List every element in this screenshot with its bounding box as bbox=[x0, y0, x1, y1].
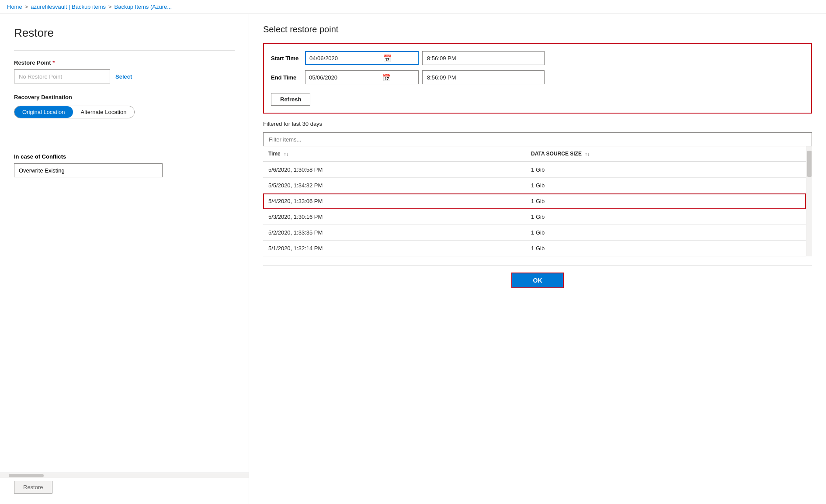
panel-title: Select restore point bbox=[263, 24, 812, 35]
cell-time: 5/2/2020, 1:33:35 PM bbox=[263, 225, 526, 241]
start-time-input[interactable]: 8:56:09 PM bbox=[422, 51, 545, 65]
restore-points-table: Time ↑↓ DATA SOURCE SIZE ↑↓ 5/6/2020, 1:… bbox=[263, 146, 806, 256]
recovery-destination-toggle: Original Location Alternate Location bbox=[14, 106, 135, 118]
end-time-input[interactable]: 8:56:09 PM bbox=[422, 70, 545, 84]
divider-top bbox=[14, 50, 235, 51]
cell-size: 1 Gib bbox=[526, 162, 806, 178]
end-calendar-icon[interactable]: 📅 bbox=[382, 73, 391, 82]
ok-button[interactable]: OK bbox=[511, 273, 564, 288]
vertical-scrollbar[interactable] bbox=[806, 146, 812, 256]
conflicts-label: In case of Conflicts bbox=[14, 153, 235, 160]
main-area: Restore Restore Point * No Restore Point… bbox=[0, 14, 826, 504]
ok-section: OK bbox=[263, 265, 812, 295]
start-calendar-icon[interactable]: 📅 bbox=[383, 54, 392, 62]
conflicts-section: In case of Conflicts Overwrite Existing bbox=[14, 153, 235, 177]
filter-box: Start Time 📅 8:56:09 PM End Time 📅 8:56:… bbox=[263, 43, 812, 114]
start-time-label: Start Time bbox=[271, 55, 302, 62]
restore-point-row: No Restore Point Select bbox=[14, 69, 235, 83]
required-marker: * bbox=[52, 59, 55, 66]
table-row[interactable]: 5/1/2020, 1:32:14 PM1 Gib bbox=[263, 241, 806, 256]
left-panel: Restore Restore Point * No Restore Point… bbox=[0, 14, 249, 504]
filter-input[interactable] bbox=[263, 132, 812, 146]
breadcrumb: Home > azurefilesvault | Backup items > … bbox=[0, 0, 826, 14]
cell-size: 1 Gib bbox=[526, 209, 806, 225]
cell-size: 1 Gib bbox=[526, 241, 806, 256]
breadcrumb-backup-items[interactable]: azurefilesvault | Backup items bbox=[31, 3, 106, 10]
cell-time: 5/3/2020, 1:30:16 PM bbox=[263, 209, 526, 225]
end-time-label: End Time bbox=[271, 74, 302, 81]
table-row[interactable]: 5/3/2020, 1:30:16 PM1 Gib bbox=[263, 209, 806, 225]
start-date-input[interactable]: 📅 bbox=[305, 51, 419, 65]
restore-button[interactable]: Restore bbox=[14, 481, 52, 494]
cell-size: 1 Gib bbox=[526, 225, 806, 241]
alternate-location-btn[interactable]: Alternate Location bbox=[73, 106, 135, 118]
table-row[interactable]: 5/5/2020, 1:34:32 PM1 Gib bbox=[263, 178, 806, 193]
size-sort-icon[interactable]: ↑↓ bbox=[585, 151, 590, 156]
filter-info: Filtered for last 30 days bbox=[263, 121, 812, 127]
page-title: Restore bbox=[14, 26, 235, 40]
breadcrumb-home[interactable]: Home bbox=[7, 3, 22, 10]
end-date-input[interactable]: 📅 bbox=[305, 70, 419, 84]
conflicts-input[interactable]: Overwrite Existing bbox=[14, 163, 163, 177]
start-date-field[interactable] bbox=[309, 55, 379, 62]
recovery-destination-label: Recovery Destination bbox=[14, 94, 235, 100]
table-row[interactable]: 5/6/2020, 1:30:58 PM1 Gib bbox=[263, 162, 806, 178]
breadcrumb-sep-2: > bbox=[108, 3, 112, 10]
cell-time: 5/1/2020, 1:32:14 PM bbox=[263, 241, 526, 256]
original-location-btn[interactable]: Original Location bbox=[14, 106, 73, 118]
end-time-row: End Time 📅 8:56:09 PM bbox=[271, 70, 804, 84]
right-panel: Select restore point Start Time 📅 8:56:0… bbox=[249, 14, 826, 504]
table-row[interactable]: 5/2/2020, 1:33:35 PM1 Gib bbox=[263, 225, 806, 241]
time-sort-icon[interactable]: ↑↓ bbox=[284, 151, 288, 156]
cell-time: 5/5/2020, 1:34:32 PM bbox=[263, 178, 526, 193]
table-scroll-container: Time ↑↓ DATA SOURCE SIZE ↑↓ 5/6/2020, 1:… bbox=[263, 146, 806, 256]
cell-size: 1 Gib bbox=[526, 178, 806, 193]
select-link[interactable]: Select bbox=[115, 73, 132, 80]
table-header-row: Time ↑↓ DATA SOURCE SIZE ↑↓ bbox=[263, 146, 806, 162]
restore-point-label: Restore Point * bbox=[14, 59, 235, 66]
table-section: Time ↑↓ DATA SOURCE SIZE ↑↓ 5/6/2020, 1:… bbox=[263, 146, 812, 256]
refresh-button[interactable]: Refresh bbox=[271, 93, 310, 106]
horizontal-scrollbar[interactable] bbox=[0, 473, 249, 478]
breadcrumb-sep-1: > bbox=[25, 3, 28, 10]
table-body: 5/6/2020, 1:30:58 PM1 Gib5/5/2020, 1:34:… bbox=[263, 162, 806, 256]
bottom-bar: Restore bbox=[14, 481, 52, 494]
hscroll-thumb bbox=[9, 474, 44, 477]
end-date-field[interactable] bbox=[309, 74, 379, 81]
col-time[interactable]: Time ↑↓ bbox=[263, 146, 526, 162]
cell-time: 5/4/2020, 1:33:06 PM bbox=[263, 193, 526, 209]
breadcrumb-backup-items-azure[interactable]: Backup Items (Azure... bbox=[115, 3, 172, 10]
start-time-row: Start Time 📅 8:56:09 PM bbox=[271, 51, 804, 65]
restore-point-input[interactable]: No Restore Point bbox=[14, 69, 110, 83]
cell-time: 5/6/2020, 1:30:58 PM bbox=[263, 162, 526, 178]
col-data-source-size[interactable]: DATA SOURCE SIZE ↑↓ bbox=[526, 146, 806, 162]
cell-size: 1 Gib bbox=[526, 193, 806, 209]
table-row[interactable]: 5/4/2020, 1:33:06 PM1 Gib bbox=[263, 193, 806, 209]
vscroll-thumb bbox=[807, 151, 812, 177]
